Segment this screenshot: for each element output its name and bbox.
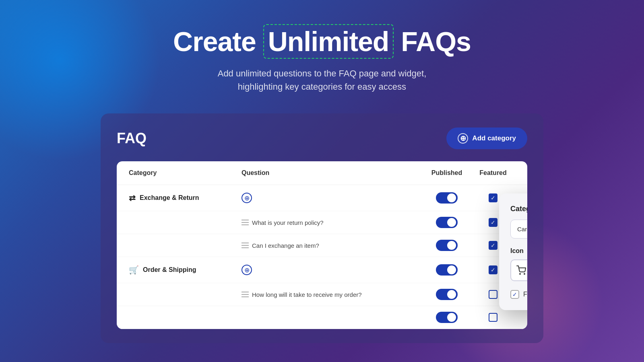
- popup-title: Category Name: [510, 205, 527, 213]
- col-featured: Featured: [471, 169, 515, 177]
- drag-handle-1[interactable]: [242, 220, 249, 225]
- subtitle-line2: highlighting key categories for easy acc…: [238, 82, 406, 92]
- question-text-2: Can I exchange an item?: [252, 242, 319, 249]
- feature-category-toggle[interactable]: ✓ Feature Category: [510, 290, 527, 299]
- faq-panel-header: FAQ ⊕ Add category: [117, 128, 527, 149]
- subtitle-line1: Add unlimited questions to the FAQ page …: [218, 68, 427, 78]
- faq-panel: FAQ ⊕ Add category Category Question Pub…: [101, 113, 543, 343]
- svg-point-0: [520, 274, 520, 274]
- category-name-shipping: 🛒 Order & Shipping: [129, 265, 242, 275]
- toggle-question-2[interactable]: [436, 240, 458, 251]
- header: Create Unlimited FAQs Add unlimited ques…: [173, 24, 471, 93]
- add-category-label: Add category: [472, 134, 516, 142]
- col-published: Published: [423, 169, 471, 177]
- question-drag-2: Can I exchange an item?: [242, 242, 423, 249]
- question-row-3: How long will it take to receive my orde…: [117, 283, 527, 306]
- question-text-1: What is your return policy?: [252, 219, 324, 226]
- header-subtitle: Add unlimited questions to the FAQ page …: [181, 67, 463, 93]
- featured-q4[interactable]: [471, 313, 515, 322]
- add-question-icon-shipping[interactable]: ⊕: [242, 265, 252, 275]
- table-header: Category Question Published Featured: [117, 161, 527, 185]
- toggle-question-4[interactable]: [436, 312, 458, 323]
- faq-panel-title: FAQ: [117, 130, 147, 147]
- exchange-icon: ⇄: [129, 193, 136, 203]
- checkbox-q4[interactable]: [489, 313, 497, 322]
- title-highlight: Unlimited: [263, 24, 394, 59]
- question-drag-3: How long will it take to receive my orde…: [242, 291, 423, 298]
- title-prefix: Create: [173, 26, 263, 57]
- category-name-exchange: ⇄ Exchange & Return: [129, 193, 242, 203]
- add-question-icon-exchange[interactable]: ⊕: [242, 193, 252, 203]
- checkbox-q2[interactable]: ✓: [489, 241, 497, 250]
- category-section-shipping: 🛒 Order & Shipping ⊕ ✓: [117, 257, 527, 329]
- category-name-popup: Category Name Icon: [499, 193, 527, 310]
- category-row-shipping: 🛒 Order & Shipping ⊕ ✓: [117, 257, 527, 283]
- category-row-exchange: ⇄ Exchange & Return ⊕ ✓: [117, 185, 527, 211]
- toggle-category-shipping[interactable]: [423, 264, 471, 276]
- question-row-4: [117, 306, 527, 329]
- faq-table: Category Question Published Featured ⇄ E…: [117, 161, 527, 329]
- toggle-q3[interactable]: [423, 289, 471, 300]
- toggle-exchange[interactable]: [436, 192, 458, 204]
- checkbox-shipping[interactable]: ✓: [489, 265, 497, 274]
- svg-point-1: [524, 274, 525, 274]
- drag-handle-2[interactable]: [242, 243, 249, 248]
- add-category-button[interactable]: ⊕ Add category: [446, 128, 527, 149]
- category-name-input[interactable]: [510, 220, 527, 239]
- add-question-exchange[interactable]: ⊕: [242, 193, 423, 203]
- plus-circle-icon: ⊕: [458, 133, 468, 144]
- page-title: Create Unlimited FAQs: [173, 24, 471, 59]
- toggle-question-1[interactable]: [436, 217, 458, 228]
- add-question-shipping[interactable]: ⊕: [242, 265, 423, 275]
- feature-category-checkbox[interactable]: ✓: [510, 290, 519, 299]
- checkbox-q3[interactable]: [489, 290, 497, 299]
- question-row-1: What is your return policy? ✓: [117, 211, 527, 234]
- col-question: Question: [242, 169, 423, 177]
- toggle-q1[interactable]: [423, 217, 471, 228]
- col-category: Category: [129, 169, 242, 177]
- toggle-shipping[interactable]: [436, 264, 458, 276]
- title-suffix: FAQs: [394, 26, 471, 57]
- icon-options: [510, 259, 527, 281]
- checkbox-q1[interactable]: ✓: [489, 218, 497, 227]
- shipping-icon: 🛒: [129, 265, 139, 275]
- toggle-question-3[interactable]: [436, 289, 458, 300]
- page-wrapper: Create Unlimited FAQs Add unlimited ques…: [0, 0, 644, 343]
- category-section-exchange: ⇄ Exchange & Return ⊕ ✓: [117, 185, 527, 257]
- icon-option-cart[interactable]: [510, 259, 527, 281]
- drag-handle-3[interactable]: [242, 292, 249, 297]
- question-row-2: Can I exchange an item? ✓: [117, 234, 527, 257]
- toggle-category-exchange[interactable]: [423, 192, 471, 204]
- question-drag-1: What is your return policy?: [242, 219, 423, 226]
- toggle-q2[interactable]: [423, 240, 471, 251]
- question-text-3: How long will it take to receive my orde…: [252, 291, 362, 298]
- icon-section-label: Icon: [510, 247, 527, 255]
- category-name-text-shipping: Order & Shipping: [143, 266, 196, 274]
- category-name-text: Exchange & Return: [140, 194, 199, 202]
- feature-category-label: Feature Category: [523, 291, 527, 298]
- toggle-q4[interactable]: [423, 312, 471, 323]
- checkbox-exchange[interactable]: ✓: [489, 193, 497, 202]
